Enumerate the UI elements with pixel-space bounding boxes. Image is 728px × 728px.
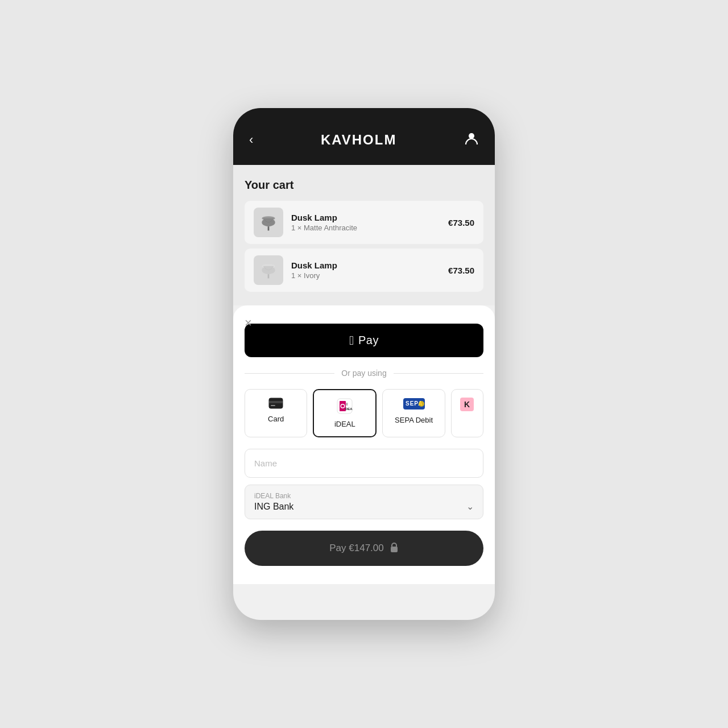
divider-line-right [394,373,483,374]
cart-item-details: Dusk Lamp 1 × Ivory [291,260,448,280]
payment-method-ideal[interactable]: i DEAL iDEAL [313,389,377,437]
pay-button[interactable]: Pay €147.00 [245,531,483,566]
payment-modal: ×  Pay Or pay using Ca [233,305,495,584]
cart-title: Your cart [245,179,483,192]
svg-rect-21 [391,547,398,552]
apple-pay-button[interactable]:  Pay [245,324,483,357]
ideal-icon: i DEAL [337,398,353,416]
svg-point-13 [341,405,344,408]
bank-value: ING Bank [254,502,293,512]
sepa-icon: SEPA [403,398,425,412]
apple-pay-label: Pay [358,334,379,347]
payment-method-sepa[interactable]: SEPA SEPA Debit [382,389,445,437]
brand-logo: KAVHOLM [321,132,397,148]
svg-rect-2 [268,226,270,230]
user-icon[interactable] [464,131,479,149]
divider-line-left [245,373,334,374]
svg-text:i: i [346,402,348,406]
svg-rect-9 [271,405,275,406]
svg-text:DEAL: DEAL [345,407,353,411]
close-button[interactable]: × [245,317,252,329]
lock-icon [390,542,399,555]
svg-text:K: K [464,400,470,409]
cart-item-name: Dusk Lamp [291,213,448,222]
divider: Or pay using [245,369,483,378]
apple-icon:  [349,334,354,347]
back-button[interactable]: ‹ [249,133,253,147]
chevron-down-icon: ⌄ [466,501,474,512]
payment-methods: Card i DEAL iDEAL [245,389,483,437]
payment-method-klarna[interactable]: K [451,389,483,437]
cart-item: Dusk Lamp 1 × Ivory €73.50 [245,249,483,292]
phone-frame: ‹ KAVHOLM Your cart Dusk Lamp [233,108,495,620]
pay-button-label: Pay €147.00 [329,543,383,554]
cart-item: Dusk Lamp 1 × Matte Anthracite €73.50 [245,201,483,244]
svg-point-18 [419,401,424,407]
cart-item-image [254,208,283,237]
app-header: ‹ KAVHOLM [233,108,495,165]
payment-method-label: SEPA Debit [395,416,433,424]
cart-item-price: €73.50 [448,266,474,275]
bank-field-row: ING Bank ⌄ [254,501,474,512]
cart-item-price: €73.50 [448,218,474,228]
card-icon [268,398,283,411]
cart-item-variant: 1 × Matte Anthracite [291,224,448,232]
svg-point-0 [469,133,474,139]
payment-method-label: iDEAL [334,420,355,428]
payment-method-card[interactable]: Card [245,389,307,437]
payment-method-label: Card [268,415,284,423]
cart-item-image [254,255,283,285]
name-input[interactable]: Name [245,449,483,478]
bank-field-label: iDEAL Bank [254,492,474,500]
cart-section: Your cart Dusk Lamp 1 × Matte Anthracite… [233,165,495,305]
bank-selector[interactable]: iDEAL Bank ING Bank ⌄ [245,485,483,519]
divider-text: Or pay using [341,369,386,378]
klarna-icon: K [460,398,474,413]
svg-rect-8 [269,401,283,403]
cart-item-variant: 1 × Ivory [291,271,448,280]
svg-rect-5 [268,274,270,278]
cart-item-name: Dusk Lamp [291,260,448,270]
cart-item-details: Dusk Lamp 1 × Matte Anthracite [291,213,448,232]
